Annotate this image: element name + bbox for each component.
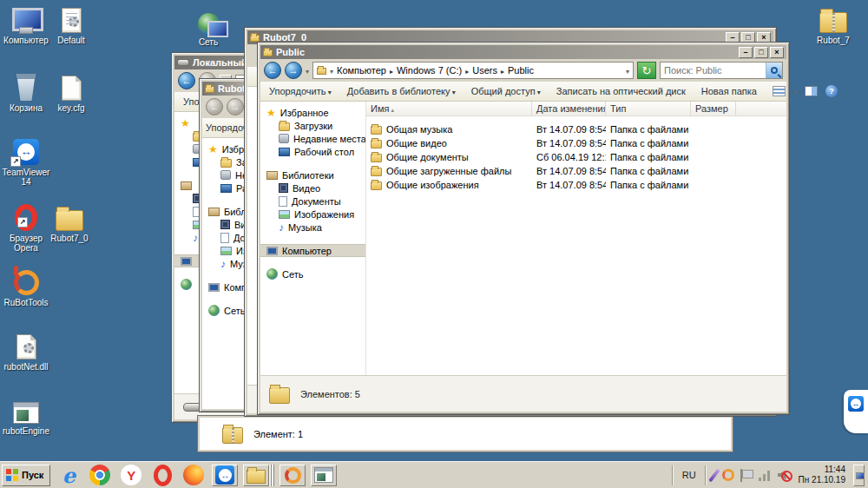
desktop-icon-network[interactable]: Сеть [181,7,236,47]
sidebar-item-computer[interactable]: Компьютер [260,244,365,257]
column-headers: Имя Дата изменения Тип Размер [366,102,786,116]
sidebar-item-network[interactable]: Сеть [260,267,365,280]
task-button-explorer-group[interactable] [243,465,269,486]
breadcrumb-item-users[interactable]: Users [472,65,497,76]
window-public: Public Компьютер Windows 7 (C:) Users Pu… [257,42,790,415]
breadcrumb[interactable]: Компьютер Windows 7 (C:) Users Public [312,62,634,79]
back-button[interactable] [178,72,195,89]
maximize-button[interactable] [754,47,768,58]
file-date: Сб 06.04.19 12:11 [532,152,606,162]
breadcrumb-item-computer[interactable]: Компьютер [337,65,386,76]
forward-button[interactable] [285,62,302,79]
desktop-icon-teamviewer[interactable]: TeamViewer 14 [0,137,54,187]
desktop-icon-default[interactable]: Default [43,5,99,45]
quicklaunch-internet-explorer[interactable] [56,464,82,487]
change-view-icon[interactable] [773,86,786,96]
share-button[interactable]: Общий доступ [471,86,541,96]
opera-icon [15,204,37,231]
task-button-rubot[interactable] [279,465,306,486]
desktop-icon-rubottools[interactable]: RuBotTools [0,267,54,307]
minimize-button[interactable] [739,47,753,58]
command-bar: Упорядочить Добавить в библиотеку Общий … [260,82,786,102]
desktop-icon-keycfg[interactable]: key.cfg [43,73,99,113]
folder-icon [263,49,273,56]
chevron-down-icon[interactable] [330,65,333,76]
file-type: Папка с файлами [606,166,691,176]
network-signal-icon[interactable] [759,470,772,481]
document-icon [220,233,229,243]
file-type: Папка с файлами [606,138,691,148]
view-dropdown-icon[interactable] [793,86,797,96]
file-row[interactable]: Общие видео Вт 14.07.09 8:54 Папка с фай… [366,136,786,150]
sidebar-label: Видео [293,183,320,194]
column-header-size[interactable]: Размер [691,102,736,115]
sidebar-item-favorites[interactable]: Избранное [260,106,365,119]
back-button[interactable] [264,62,281,79]
sidebar-item-documents[interactable]: Документы [260,195,365,208]
file-icon [62,76,82,101]
file-row[interactable]: Общие документы Сб 06.04.19 12:11 Папка … [366,150,786,164]
quicklaunch-yandex[interactable] [118,464,144,487]
sidebar-item-libraries[interactable]: Библиотеки [260,168,365,181]
breadcrumb-item-drive[interactable]: Windows 7 (C:) [397,65,462,76]
address-dropdown-icon[interactable] [626,65,629,76]
pen-tool-icon[interactable] [708,468,720,482]
back-button[interactable] [206,98,223,115]
search-input[interactable] [661,65,766,76]
desktop-icon-rubotengine[interactable]: rubotEngine [0,396,54,436]
history-dropdown-icon[interactable] [306,65,309,76]
folder-icon [371,154,382,162]
rubot-tray-icon[interactable] [722,469,734,481]
quicklaunch-opera[interactable] [149,464,175,487]
pictures-icon [279,210,290,219]
application-icon [314,467,333,483]
clock[interactable]: 11:44 Пн 21.10.19 [799,465,847,485]
teamviewer-edge-panel[interactable] [844,390,868,433]
search-button[interactable] [766,63,782,78]
help-icon[interactable] [825,85,838,97]
sidebar-item-video[interactable]: Видео [260,181,365,195]
sidebar-item-recent[interactable]: Недавние места [260,132,365,145]
close-button[interactable] [770,47,784,58]
window-title: Public [276,47,305,57]
sidebar-item-music[interactable]: Музыка [260,221,365,234]
language-indicator[interactable]: RU [680,470,699,480]
zip-folder-icon [819,12,847,33]
start-button[interactable]: Пуск [2,465,50,486]
desktop-icon-rubot7-zip[interactable]: Rubot_7 [806,5,861,45]
desktop-icon [279,148,290,156]
preview-pane-icon[interactable] [805,86,818,96]
desktop-icon-rubotnet[interactable]: rubotNet.dll [0,332,54,372]
column-header-date[interactable]: Дата изменения [532,102,606,115]
quicklaunch-chrome[interactable] [87,464,113,487]
sidebar-item-pictures[interactable]: Изображения [260,208,365,221]
computer-icon [181,257,192,266]
desktop-icon-rubot7-folder[interactable]: Rubot7_0 [42,203,97,243]
breadcrumb-item-public[interactable]: Public [508,65,534,76]
libraries-icon [208,208,220,216]
new-folder-button[interactable]: Новая папка [701,86,757,96]
file-row[interactable]: Общая музыка Вт 14.07.09 8:54 Папка с фа… [366,122,786,136]
show-desktop-button[interactable] [853,465,865,486]
quicklaunch-firefox[interactable] [181,464,207,487]
folder-icon [279,122,290,131]
column-header-name[interactable]: Имя [366,102,532,115]
organize-button[interactable]: Упорядочить [269,86,332,96]
file-row[interactable]: Общие загруженные файлы Вт 14.07.09 8:54… [366,164,786,178]
file-row[interactable]: Общие изображения Вт 14.07.09 8:54 Папка… [366,178,786,192]
rubot-icon [285,467,301,484]
window-title-bar[interactable]: Public [260,45,786,59]
file-date: Вт 14.07.09 8:54 [532,138,606,148]
volume-muted-icon[interactable] [778,469,792,482]
add-to-library-button[interactable]: Добавить в библиотеку [347,86,456,96]
refresh-button[interactable] [637,62,656,79]
sidebar-item-downloads[interactable]: Загрузки [260,119,365,132]
folder-icon [247,470,266,484]
task-button-rubotengine[interactable] [311,465,337,486]
column-header-type[interactable]: Тип [606,102,691,115]
action-center-icon[interactable] [740,469,753,482]
forward-button[interactable] [227,98,244,115]
burn-button[interactable]: Записать на оптический диск [556,86,686,96]
task-button-teamviewer[interactable] [212,465,238,486]
sidebar-item-desktop[interactable]: Рабочий стол [260,145,365,158]
